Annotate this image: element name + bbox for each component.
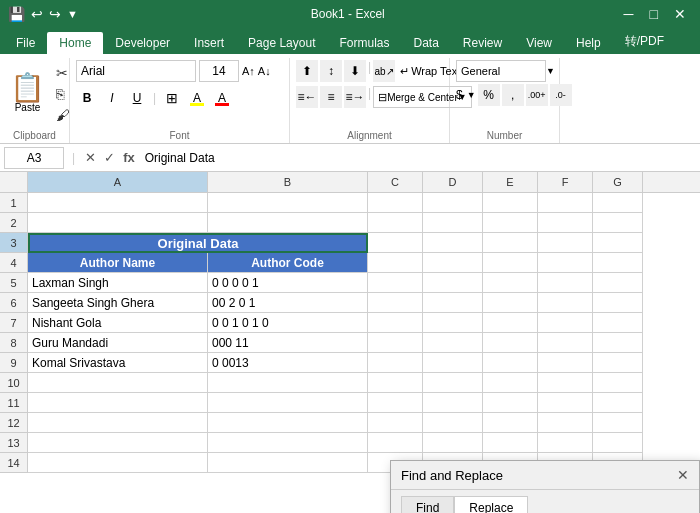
cell-B2[interactable] bbox=[208, 213, 368, 233]
bold-button[interactable]: B bbox=[76, 87, 98, 109]
cell-B6[interactable]: 00 2 0 1 bbox=[208, 293, 368, 313]
tab-pdf[interactable]: 转/PDF bbox=[613, 29, 676, 54]
close-btn[interactable]: ✕ bbox=[668, 6, 692, 22]
row-header-13[interactable]: 13 bbox=[0, 433, 28, 453]
cell-D9[interactable] bbox=[423, 353, 483, 373]
cell-F7[interactable] bbox=[538, 313, 593, 333]
cell-C7[interactable] bbox=[368, 313, 423, 333]
cell-E4[interactable] bbox=[483, 253, 538, 273]
cell-D13[interactable] bbox=[423, 433, 483, 453]
undo-icon[interactable]: ↩ bbox=[31, 6, 43, 22]
increase-decimal-btn[interactable]: .00+ bbox=[526, 84, 548, 106]
cell-A6[interactable]: Sangeeta Singh Ghera bbox=[28, 293, 208, 313]
cell-C4[interactable] bbox=[368, 253, 423, 273]
cell-F5[interactable] bbox=[538, 273, 593, 293]
cell-D12[interactable] bbox=[423, 413, 483, 433]
text-direction-btn[interactable]: ab↗ bbox=[373, 60, 395, 82]
row-header-3[interactable]: 3 bbox=[0, 233, 28, 253]
tab-help[interactable]: Help bbox=[564, 32, 613, 54]
font-name-input[interactable] bbox=[76, 60, 196, 82]
cell-G9[interactable] bbox=[593, 353, 643, 373]
percent-button[interactable]: % bbox=[478, 84, 500, 106]
cell-B14[interactable] bbox=[208, 453, 368, 473]
cell-D10[interactable] bbox=[423, 373, 483, 393]
cell-A2[interactable] bbox=[28, 213, 208, 233]
row-header-9[interactable]: 9 bbox=[0, 353, 28, 373]
cell-F12[interactable] bbox=[538, 413, 593, 433]
cell-G5[interactable] bbox=[593, 273, 643, 293]
tab-review[interactable]: Review bbox=[451, 32, 514, 54]
cell-G13[interactable] bbox=[593, 433, 643, 453]
save-icon[interactable]: 💾 bbox=[8, 6, 25, 22]
cell-E7[interactable] bbox=[483, 313, 538, 333]
cell-C1[interactable] bbox=[368, 193, 423, 213]
tab-developer[interactable]: Developer bbox=[103, 32, 182, 54]
cell-D11[interactable] bbox=[423, 393, 483, 413]
align-top-btn[interactable]: ⬆ bbox=[296, 60, 318, 82]
insert-function-btn[interactable]: fx bbox=[121, 150, 137, 165]
cell-G6[interactable] bbox=[593, 293, 643, 313]
cancel-formula-btn[interactable]: ✕ bbox=[83, 150, 98, 165]
cell-A8[interactable]: Guru Mandadi bbox=[28, 333, 208, 353]
accounting-dropdown[interactable]: ▼ bbox=[467, 90, 476, 100]
col-header-C[interactable]: C bbox=[368, 172, 423, 192]
font-decrease-btn[interactable]: A↓ bbox=[258, 65, 271, 77]
cell-F6[interactable] bbox=[538, 293, 593, 313]
cell-D2[interactable] bbox=[423, 213, 483, 233]
cell-E3[interactable] bbox=[483, 233, 538, 253]
tab-file[interactable]: File bbox=[4, 32, 47, 54]
cell-E1[interactable] bbox=[483, 193, 538, 213]
align-middle-btn[interactable]: ↕ bbox=[320, 60, 342, 82]
redo-icon[interactable]: ↪ bbox=[49, 6, 61, 22]
cell-G2[interactable] bbox=[593, 213, 643, 233]
cell-C9[interactable] bbox=[368, 353, 423, 373]
italic-button[interactable]: I bbox=[101, 87, 123, 109]
cell-B1[interactable] bbox=[208, 193, 368, 213]
cell-A3[interactable]: Original Data bbox=[28, 233, 368, 253]
formula-input[interactable] bbox=[141, 147, 696, 169]
cell-E2[interactable] bbox=[483, 213, 538, 233]
cell-G11[interactable] bbox=[593, 393, 643, 413]
tab-home[interactable]: Home bbox=[47, 32, 103, 54]
row-header-10[interactable]: 10 bbox=[0, 373, 28, 393]
cell-D6[interactable] bbox=[423, 293, 483, 313]
cell-B5[interactable]: 0 0 0 0 1 bbox=[208, 273, 368, 293]
cell-C11[interactable] bbox=[368, 393, 423, 413]
cell-B10[interactable] bbox=[208, 373, 368, 393]
font-color-button[interactable]: A bbox=[211, 87, 233, 109]
row-header-14[interactable]: 14 bbox=[0, 453, 28, 473]
cell-B7[interactable]: 0 0 1 0 1 0 bbox=[208, 313, 368, 333]
cell-C12[interactable] bbox=[368, 413, 423, 433]
cell-name-box[interactable] bbox=[4, 147, 64, 169]
more-icon[interactable]: ▼ bbox=[67, 8, 78, 20]
cell-B12[interactable] bbox=[208, 413, 368, 433]
row-header-12[interactable]: 12 bbox=[0, 413, 28, 433]
row-header-4[interactable]: 4 bbox=[0, 253, 28, 273]
cell-C5[interactable] bbox=[368, 273, 423, 293]
cell-E12[interactable] bbox=[483, 413, 538, 433]
row-header-6[interactable]: 6 bbox=[0, 293, 28, 313]
cell-D8[interactable] bbox=[423, 333, 483, 353]
cell-A14[interactable] bbox=[28, 453, 208, 473]
cell-C13[interactable] bbox=[368, 433, 423, 453]
cell-B4[interactable]: Author Code bbox=[208, 253, 368, 273]
cell-F9[interactable] bbox=[538, 353, 593, 373]
cell-A7[interactable]: Nishant Gola bbox=[28, 313, 208, 333]
align-center-btn[interactable]: ≡ bbox=[320, 86, 342, 108]
tab-data[interactable]: Data bbox=[401, 32, 450, 54]
cell-E10[interactable] bbox=[483, 373, 538, 393]
tab-view[interactable]: View bbox=[514, 32, 564, 54]
font-increase-btn[interactable]: A↑ bbox=[242, 65, 255, 77]
cell-D3[interactable] bbox=[423, 233, 483, 253]
cell-E6[interactable] bbox=[483, 293, 538, 313]
row-header-11[interactable]: 11 bbox=[0, 393, 28, 413]
cell-G1[interactable] bbox=[593, 193, 643, 213]
cell-D7[interactable] bbox=[423, 313, 483, 333]
dialog-tab-find[interactable]: Find bbox=[401, 496, 454, 513]
cell-A13[interactable] bbox=[28, 433, 208, 453]
tab-page-layout[interactable]: Page Layout bbox=[236, 32, 327, 54]
cell-E13[interactable] bbox=[483, 433, 538, 453]
highlight-button[interactable]: A bbox=[186, 87, 208, 109]
cell-A1[interactable] bbox=[28, 193, 208, 213]
cell-A9[interactable]: Komal Srivastava bbox=[28, 353, 208, 373]
